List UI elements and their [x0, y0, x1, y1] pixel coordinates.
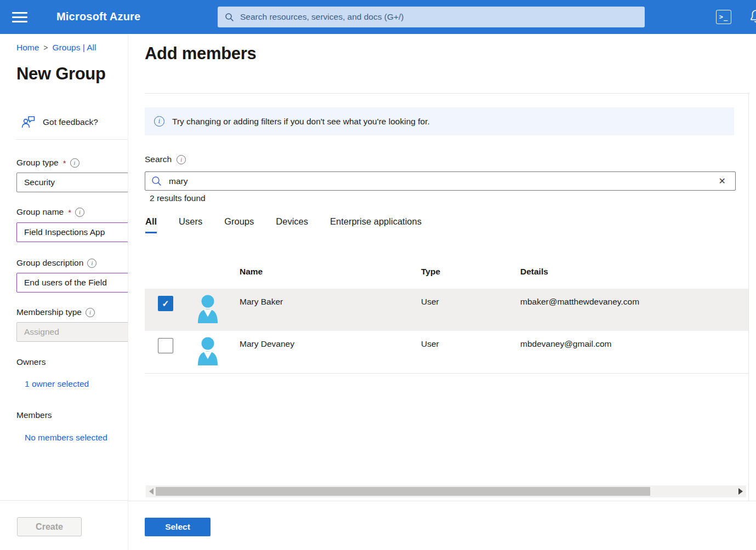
- member-type: User: [421, 297, 439, 307]
- member-type: User: [421, 339, 439, 349]
- table-row[interactable]: Mary Devaney User mbdevaney@gmail.com: [145, 331, 749, 374]
- group-type-label: Group type*i: [16, 158, 79, 168]
- tab-all[interactable]: All: [145, 216, 157, 233]
- table-row[interactable]: ✓ Mary Baker User mbaker@matthewdevaney.…: [145, 289, 749, 331]
- results-table: ✓ Mary Baker User mbaker@matthewdevaney.…: [145, 289, 749, 374]
- breadcrumb-home-link[interactable]: Home: [16, 43, 39, 52]
- horizontal-scrollbar-thumb[interactable]: [156, 487, 650, 496]
- column-header-details: Details: [520, 267, 548, 277]
- panel-title: Add members: [145, 44, 256, 64]
- divider: [15, 139, 128, 140]
- tab-users[interactable]: Users: [179, 216, 202, 233]
- row-checkbox-checked[interactable]: ✓: [158, 296, 173, 311]
- membership-type-select: Assigned: [16, 322, 128, 342]
- member-name: Mary Devaney: [240, 339, 294, 349]
- row-checkbox-unchecked[interactable]: [158, 338, 173, 353]
- membership-type-label: Membership typei: [16, 307, 95, 317]
- divider: [145, 93, 749, 94]
- info-icon[interactable]: i: [177, 155, 186, 164]
- tab-enterprise-applications[interactable]: Enterprise applications: [330, 216, 422, 233]
- got-feedback-label: Got feedback?: [43, 117, 98, 127]
- group-description-label: Group descriptioni: [16, 258, 96, 268]
- azure-portal-window: Microsoft Azure >_ Home>Groups | All New…: [0, 0, 756, 550]
- member-search-input[interactable]: [169, 176, 708, 186]
- info-banner-text: Try changing or adding filters if you do…: [172, 117, 430, 127]
- search-icon: [151, 176, 162, 186]
- member-name: Mary Baker: [240, 297, 283, 307]
- scroll-right-arrow-icon[interactable]: [738, 488, 743, 495]
- horizontal-scrollbar[interactable]: [146, 485, 746, 497]
- info-banner: i Try changing or adding filters if you …: [145, 107, 734, 135]
- scroll-left-arrow-icon[interactable]: [149, 488, 154, 495]
- required-asterisk: *: [63, 158, 66, 168]
- user-avatar-icon: [194, 336, 221, 365]
- search-label: Searchi: [145, 154, 186, 164]
- new-group-page: Home>Groups | All New Group Got feedback…: [0, 34, 128, 550]
- member-details: mbdevaney@gmail.com: [520, 339, 612, 349]
- breadcrumb-chevron-icon: >: [39, 43, 52, 52]
- hamburger-menu-icon[interactable]: [12, 12, 27, 22]
- top-bar: Microsoft Azure >_: [0, 0, 756, 34]
- footer-divider: [0, 500, 128, 501]
- add-members-panel: Add members i Try changing or adding fil…: [128, 34, 756, 550]
- cloud-shell-icon[interactable]: >_: [716, 10, 731, 24]
- group-type-select[interactable]: Security: [16, 173, 128, 192]
- got-feedback-button[interactable]: Got feedback?: [21, 115, 98, 129]
- info-icon[interactable]: i: [87, 259, 96, 268]
- required-asterisk: *: [68, 208, 71, 217]
- info-icon: i: [154, 116, 164, 127]
- result-filter-tabs: All Users Groups Devices Enterprise appl…: [145, 216, 422, 233]
- feedback-icon: [21, 115, 36, 129]
- info-icon[interactable]: i: [86, 308, 95, 317]
- member-details: mbaker@matthewdevaney.com: [520, 297, 639, 307]
- member-search-box[interactable]: ✕: [145, 171, 736, 191]
- global-search-input[interactable]: [240, 12, 638, 22]
- search-icon: [225, 13, 234, 22]
- results-count: 2 results found: [150, 193, 206, 203]
- group-name-label: Group name*i: [16, 207, 84, 217]
- tab-groups[interactable]: Groups: [224, 216, 254, 233]
- breadcrumb-groups-link[interactable]: Groups | All: [53, 43, 96, 52]
- select-button[interactable]: Select: [145, 518, 211, 536]
- breadcrumb: Home>Groups | All: [16, 43, 96, 53]
- vertical-scrollbar[interactable]: [748, 93, 756, 501]
- info-icon[interactable]: i: [70, 158, 79, 168]
- checkmark-icon: ✓: [162, 299, 169, 309]
- info-icon[interactable]: i: [75, 208, 84, 217]
- column-header-name: Name: [240, 267, 263, 277]
- clear-search-icon[interactable]: ✕: [715, 177, 729, 186]
- column-header-type: Type: [421, 267, 440, 277]
- group-name-input[interactable]: Field Inspections App: [16, 222, 128, 242]
- user-avatar-icon: [194, 294, 221, 323]
- global-search-bar[interactable]: [218, 7, 645, 27]
- members-selected-link[interactable]: No members selected: [25, 433, 107, 443]
- owners-label: Owners: [16, 357, 46, 367]
- brand-title: Microsoft Azure: [56, 10, 140, 23]
- page-title: New Group: [16, 64, 106, 84]
- create-button[interactable]: Create: [17, 517, 82, 536]
- notifications-bell-icon[interactable]: [749, 9, 756, 25]
- members-label: Members: [16, 410, 52, 420]
- tab-devices[interactable]: Devices: [276, 216, 308, 233]
- owners-selected-link[interactable]: 1 owner selected: [25, 379, 89, 389]
- group-description-input[interactable]: End users of the Field: [16, 273, 128, 293]
- footer-divider: [128, 501, 756, 501]
